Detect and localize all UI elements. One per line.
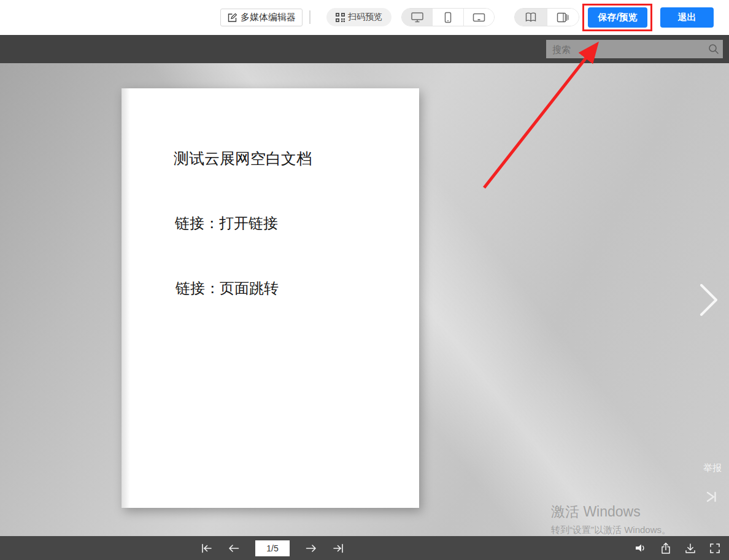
document-page[interactable]: 测试云展网空白文档 链接：打开链接 链接：页面跳转	[122, 88, 419, 508]
monitor-icon	[411, 12, 424, 23]
sound-button[interactable]	[635, 543, 647, 553]
next-page-arrow[interactable]	[698, 282, 719, 318]
next-page-button[interactable]	[306, 543, 317, 553]
desktop-preview-button[interactable]	[402, 9, 432, 26]
exit-button[interactable]: 退出	[660, 7, 714, 28]
qr-code-icon	[336, 13, 345, 22]
first-page-button[interactable]	[200, 543, 212, 553]
search-bar	[0, 35, 729, 63]
skip-to-end-icon[interactable]	[703, 489, 719, 505]
app-window: 多媒体编辑器 扫码预览	[0, 0, 729, 560]
activate-windows-watermark: 激活 Windows 转到“设置”以激活 Windows。	[551, 502, 671, 536]
search-icon[interactable]	[704, 44, 723, 55]
download-icon	[685, 543, 696, 554]
tablet-preview-button[interactable]	[463, 9, 494, 26]
document-link-open[interactable]: 链接：打开链接	[175, 213, 278, 233]
qr-preview-button[interactable]: 扫码预览	[326, 8, 392, 26]
page-navigation: 1/5	[200, 536, 345, 560]
document-link-jump[interactable]: 链接：页面跳转	[176, 278, 279, 298]
viewer-stage: 测试云展网空白文档 链接：打开链接 链接：页面跳转 举报 激活 Windows …	[0, 63, 729, 560]
single-page-view-button[interactable]	[547, 9, 579, 26]
open-book-icon	[525, 12, 537, 23]
multimedia-editor-label: 多媒体编辑器	[241, 12, 296, 23]
page-indicator[interactable]: 1/5	[255, 540, 290, 556]
toolbar-divider	[309, 10, 310, 24]
device-preview-switcher	[401, 8, 495, 26]
qr-preview-label: 扫码预览	[348, 12, 382, 23]
watermark-line2: 转到“设置”以激活 Windows。	[551, 524, 671, 536]
page-layout-switcher	[514, 8, 579, 26]
document-title: 测试云展网空白文档	[174, 148, 312, 169]
tablet-icon	[472, 13, 485, 22]
search-input[interactable]	[546, 40, 704, 58]
multimedia-editor-button[interactable]: 多媒体编辑器	[220, 9, 303, 26]
last-page-button[interactable]	[333, 543, 345, 553]
phone-preview-button[interactable]	[432, 9, 463, 26]
edit-icon	[227, 12, 237, 23]
single-page-icon	[557, 12, 569, 23]
phone-icon	[444, 12, 452, 23]
top-toolbar: 多媒体编辑器 扫码预览	[0, 0, 729, 35]
download-button[interactable]	[685, 543, 696, 554]
bottom-toolbar: 1/5	[0, 536, 729, 560]
speaker-icon	[635, 543, 647, 553]
share-button[interactable]	[660, 542, 671, 554]
double-page-view-button[interactable]	[515, 9, 547, 26]
search-field	[546, 40, 723, 58]
fullscreen-button[interactable]	[709, 543, 720, 554]
watermark-line1: 激活 Windows	[551, 502, 671, 521]
prev-page-button[interactable]	[228, 543, 239, 553]
report-link[interactable]: 举报	[703, 462, 722, 474]
fullscreen-icon	[709, 543, 720, 554]
save-preview-button[interactable]: 保存/预览	[588, 7, 647, 28]
share-icon	[660, 542, 671, 554]
viewer-tools	[635, 536, 720, 560]
